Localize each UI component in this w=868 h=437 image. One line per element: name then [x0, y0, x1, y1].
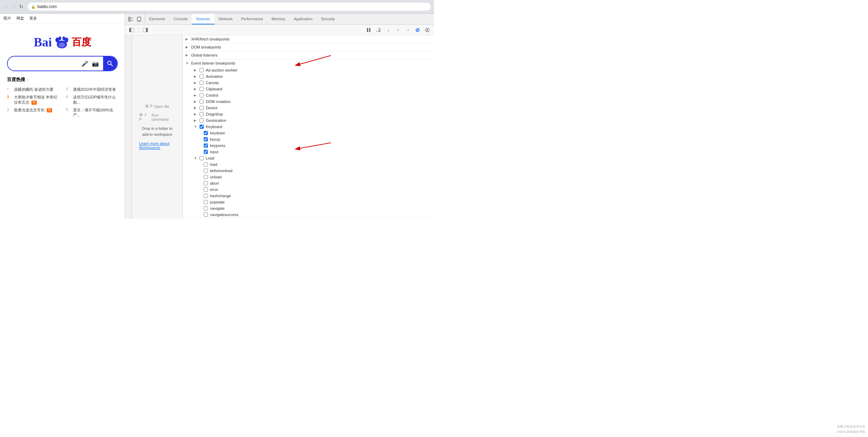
list-item[interactable]: navigatesuccess: [204, 212, 434, 218]
step-button[interactable]: →: [404, 26, 412, 34]
list-item[interactable]: ▶ Canvas: [191, 80, 434, 86]
drag-checkbox[interactable]: [200, 112, 204, 116]
devtools-tabs: Elements Console Sources Network Perform…: [125, 14, 434, 25]
clipboard-checkbox[interactable]: [200, 87, 204, 91]
pause-on-exception-button[interactable]: [424, 26, 431, 34]
global-listeners-header[interactable]: ▶ Global listeners: [183, 51, 434, 59]
step-into-button[interactable]: ↓: [384, 26, 392, 34]
event-listener-header[interactable]: ▼ Event listener breakpoints: [183, 59, 434, 67]
error-label: error: [210, 187, 218, 192]
deactivate-breakpoints-button[interactable]: [414, 26, 421, 34]
input-checkbox[interactable]: [204, 150, 208, 154]
list-item[interactable]: 3 透视2022年中国经济答卷: [66, 86, 118, 92]
shortcut-run-command: ⌘ ⇧ P Run command: [139, 113, 175, 121]
svg-rect-15: [131, 28, 134, 32]
popstate-checkbox[interactable]: [204, 200, 208, 204]
error-checkbox[interactable]: [204, 187, 208, 192]
list-item[interactable]: unload: [204, 174, 434, 180]
list-item[interactable]: ▶ DOM mutation: [191, 98, 434, 105]
list-item[interactable]: input: [204, 149, 434, 155]
hot-text: 温暖的嘱托 奋进的力量: [14, 87, 53, 92]
list-item[interactable]: abort: [204, 180, 434, 186]
list-item[interactable]: ↑ 温暖的嘱托 奋进的力量: [7, 86, 59, 92]
keyup-checkbox[interactable]: [204, 137, 208, 141]
list-item[interactable]: keyup: [204, 136, 434, 142]
nav-item-images[interactable]: 图片: [3, 16, 11, 21]
geo-checkbox[interactable]: [200, 118, 204, 123]
address-bar[interactable]: 🔒 baidu.com: [27, 2, 431, 11]
list-item[interactable]: navigate: [204, 205, 434, 212]
reload-button[interactable]: ↻: [18, 3, 24, 10]
keydown-checkbox[interactable]: [204, 131, 208, 135]
list-item[interactable]: 2 殷勇当选北京市长 热: [7, 107, 59, 118]
tab-security[interactable]: Security: [317, 14, 339, 24]
load-checkbox[interactable]: [200, 156, 204, 160]
tab-sources[interactable]: Sources: [192, 14, 214, 24]
nav-item-disk[interactable]: 网盘: [16, 16, 24, 21]
list-item[interactable]: ▶ Clipboard: [191, 86, 434, 92]
animation-checkbox[interactable]: [200, 74, 204, 79]
baidu-search-input[interactable]: [8, 57, 77, 70]
tab-memory[interactable]: Memory: [267, 14, 290, 24]
control-checkbox[interactable]: [200, 93, 204, 97]
baidu-search-button[interactable]: [103, 57, 117, 71]
xhr-breakpoints-header[interactable]: ▶ XHR/fetch breakpoints: [183, 35, 434, 43]
tab-application[interactable]: Application: [290, 14, 317, 24]
list-item[interactable]: error: [204, 186, 434, 193]
beforeunload-checkbox[interactable]: [204, 169, 208, 173]
hot-text: 普京：俄不可能100%生产...: [73, 108, 118, 118]
nav-item-more[interactable]: 更多: [29, 16, 37, 21]
list-item[interactable]: ▶ Device: [191, 105, 434, 111]
list-item[interactable]: ▼ Keyboard: [191, 124, 434, 130]
list-item[interactable]: load: [204, 161, 434, 168]
list-item[interactable]: beforeunload: [204, 168, 434, 174]
inspect-element-button[interactable]: [127, 16, 134, 23]
show-debugger-button[interactable]: [142, 26, 149, 34]
step-over-button[interactable]: [375, 26, 382, 34]
tab-console[interactable]: Console: [169, 14, 192, 24]
tab-network[interactable]: Network: [215, 14, 237, 24]
list-item[interactable]: keypress: [204, 142, 434, 149]
abort-checkbox[interactable]: [204, 181, 208, 185]
pause-button[interactable]: [365, 26, 372, 34]
list-item[interactable]: ▶ Ad auction worklet: [191, 67, 434, 73]
ad-auction-checkbox[interactable]: [200, 68, 204, 72]
hashchange-checkbox[interactable]: [204, 194, 208, 198]
load-label: Load: [206, 156, 214, 160]
device-toolbar-button[interactable]: [136, 16, 143, 23]
navigate-label: navigate: [210, 206, 225, 210]
baidu-logo: Bai 百度: [34, 34, 91, 51]
list-item[interactable]: 4 这些万亿GDP城市凭什么跑...: [66, 94, 118, 105]
forward-button[interactable]: →: [10, 3, 17, 10]
keypress-checkbox[interactable]: [204, 143, 208, 148]
tab-elements[interactable]: Elements: [145, 14, 169, 24]
device-checkbox[interactable]: [200, 106, 204, 110]
list-item[interactable]: ▶ Animation: [191, 73, 434, 80]
list-item[interactable]: hashchange: [204, 193, 434, 199]
navigatesuccess-checkbox[interactable]: [204, 213, 208, 217]
list-item[interactable]: popstate: [204, 199, 434, 205]
hot-rank: 5: [66, 108, 71, 112]
list-item[interactable]: 1 大寒除夕春节相连 本世纪仅有五次 热: [7, 94, 59, 105]
baidu-search-box[interactable]: 🎤 📷: [7, 56, 118, 71]
canvas-checkbox[interactable]: [200, 81, 204, 85]
show-navigator-button[interactable]: [128, 26, 136, 34]
unload-checkbox[interactable]: [204, 175, 208, 179]
list-item[interactable]: ▶ Control: [191, 92, 434, 98]
list-item[interactable]: keydown: [204, 130, 434, 136]
list-item[interactable]: ▶ Geolocation: [191, 117, 434, 124]
back-button[interactable]: ←: [3, 3, 9, 10]
camera-icon[interactable]: 📷: [92, 60, 99, 67]
tab-performance[interactable]: Performance: [237, 14, 267, 24]
list-item[interactable]: ▼ Load: [191, 155, 434, 161]
list-item[interactable]: ▶ Drag/drop: [191, 111, 434, 117]
step-out-button[interactable]: ↑: [394, 26, 402, 34]
learn-workspaces-link[interactable]: Learn more about Workspaces: [139, 141, 175, 150]
microphone-icon[interactable]: 🎤: [81, 60, 88, 67]
list-item[interactable]: 5 普京：俄不可能100%生产...: [66, 107, 118, 118]
dom-breakpoints-header[interactable]: ▶ DOM breakpoints: [183, 43, 434, 51]
dom-mutation-checkbox[interactable]: [200, 99, 204, 104]
keyboard-checkbox[interactable]: [200, 125, 204, 129]
navigate-checkbox[interactable]: [204, 206, 208, 210]
load-load-checkbox[interactable]: [204, 162, 208, 166]
